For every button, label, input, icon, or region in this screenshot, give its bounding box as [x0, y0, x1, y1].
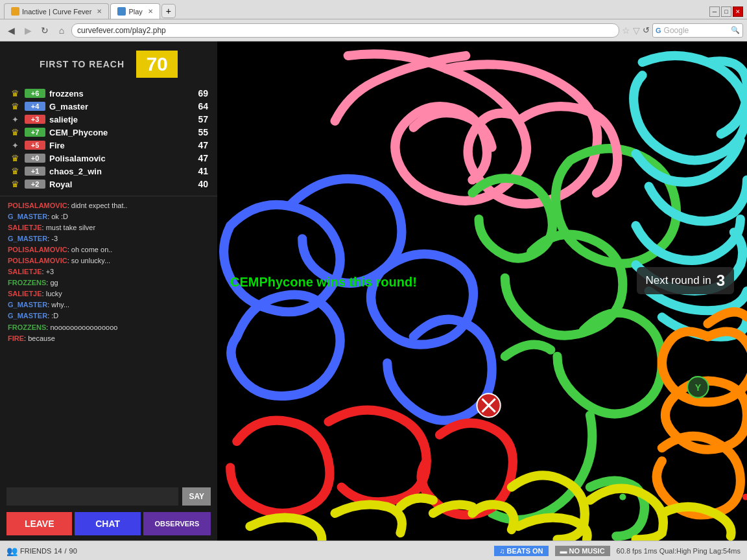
chat-button[interactable]: CHAT [75, 512, 140, 535]
next-round-label: Next round in [646, 274, 711, 287]
score-badge-fire: +5 [25, 141, 45, 150]
chat-text-8: : lucky [42, 290, 62, 298]
beats-on-button[interactable]: ♫ BEATS ON [494, 546, 548, 556]
leave-button[interactable]: LEAVE [6, 512, 72, 535]
chat-input[interactable] [6, 487, 178, 506]
chat-msg-9: G_MASTER: why... [8, 299, 209, 310]
player-score-gmaster: 64 [190, 101, 208, 111]
friends-slash: / [65, 547, 67, 555]
search-icon: 🔍 [731, 26, 740, 34]
chat-msg-3: G_MASTER: -3 [8, 233, 209, 244]
friends-button[interactable]: 👥 FRIENDS 14 / 90 [6, 546, 77, 556]
chat-msg-1: G_MASTER: ok :D [8, 211, 209, 222]
chat-msg-8: SALIETJE: lucky [8, 288, 209, 299]
svg-text:Y: Y [695, 382, 702, 393]
svg-point-5 [742, 494, 747, 500]
forward-button[interactable]: ▶ [21, 23, 35, 38]
chat-name-5: POLISALAMOVIC [8, 257, 67, 264]
player-row-royal: ♛ +2 Royal 40 [9, 178, 208, 191]
refresh-button[interactable]: ↻ [38, 23, 52, 38]
chat-msg-7: FROZZENS: gg [8, 277, 209, 288]
home-button[interactable]: ⌂ [54, 23, 69, 38]
score-badge-frozzens: +6 [25, 89, 45, 98]
player-name-polisalamovic: Polisalamovic [49, 154, 186, 163]
maximize-button[interactable]: □ [721, 6, 731, 17]
search-engine-icon: G [656, 27, 661, 34]
score-badge-royal: +2 [25, 180, 45, 189]
target-score: 70 [146, 53, 167, 75]
tab-close-play[interactable]: ✕ [148, 8, 153, 15]
player-name-salietje: salietje [49, 115, 186, 124]
friends-count: 14 [54, 547, 62, 555]
friends-label: FRIENDS [20, 547, 51, 555]
search-bar[interactable]: G Google 🔍 [652, 23, 743, 38]
tab-icon-curvefever [11, 7, 19, 16]
back-button[interactable]: ◀ [4, 23, 18, 38]
say-button[interactable]: SAY [182, 487, 211, 506]
score-badge-chaos2win: +1 [25, 167, 45, 176]
reload-button[interactable]: ↺ [643, 25, 650, 35]
chat-text-6: : +3 [42, 268, 54, 275]
sidebar: FIRST TO REACH 70 ♛ +6 frozzens 69 ♛ +4 … [0, 41, 217, 541]
chat-name-0: POLISALAMOVIC [8, 202, 67, 209]
feather-icon-fire: ✦ [9, 141, 21, 150]
game-area: Y CEMPhycone wins this round! Next round… [217, 41, 747, 541]
fps-info: 60.8 fps 1ms Qual:High Ping Lag:54ms [617, 547, 741, 555]
tab-curvefever[interactable]: Inactive | Curve Fever ✕ [4, 3, 109, 19]
player-score-cemphycone: 55 [190, 127, 208, 137]
chat-text-7: : gg [46, 279, 58, 286]
observers-button[interactable]: OBSERVERS [143, 512, 211, 535]
player-row-fire: ✦ +5 Fire 47 [9, 139, 208, 152]
chat-name-3: G_MASTER [8, 235, 47, 242]
chat-msg-6: SALIETJE: +3 [8, 266, 209, 277]
player-score-chaos2win: 41 [190, 166, 208, 176]
minimize-button[interactable]: ─ [709, 6, 720, 17]
friends-icon: 👥 [6, 546, 18, 556]
chat-text-1: : ok :D [47, 213, 68, 220]
status-bar: 👥 FRIENDS 14 / 90 ♫ BEATS ON ▬ NO MUSIC … [0, 541, 747, 560]
chat-name-7: FROZZENS [8, 279, 46, 286]
round-winner-msg: CEMPhycone wins this round! [230, 275, 417, 290]
friends-total: 90 [69, 547, 77, 555]
player-score-frozzens: 69 [190, 88, 208, 99]
svg-point-6 [619, 494, 626, 500]
tab-close-curvefever[interactable]: ✕ [97, 8, 102, 15]
chat-name-11: FROZZENS [8, 323, 46, 331]
no-music-button[interactable]: ▬ NO MUSIC [555, 546, 610, 556]
chat-msg-12: FIRE: because [8, 333, 209, 344]
players-list: ♛ +6 frozzens 69 ♛ +4 G_master 64 ✦ +3 s… [0, 84, 217, 196]
star-button[interactable]: ☆ [622, 25, 630, 36]
address-text: curvefever.com/play2.php [77, 26, 166, 35]
crown-icon-polisalamovic: ♛ [9, 153, 21, 163]
chat-msg-4: POLISALAMOVIC: oh come on.. [8, 244, 209, 255]
score-badge-salietje: +3 [25, 115, 45, 124]
crown-icon-royal: ♛ [9, 179, 21, 189]
player-name-chaos2win: chaos_2_win [49, 167, 186, 176]
chat-name-1: G_MASTER [8, 213, 47, 220]
tab-play[interactable]: Play ✕ [110, 3, 160, 19]
chat-name-12: FIRE [8, 334, 24, 342]
chat-input-row: SAY [0, 484, 217, 509]
score-badge-cemphycone: +7 [25, 128, 45, 137]
player-score-salietje: 57 [190, 114, 208, 124]
player-name-royal: Royal [49, 180, 186, 189]
chat-name-6: SALIETJE [8, 268, 42, 275]
address-bar[interactable]: curvefever.com/play2.php [71, 23, 619, 38]
chat-text-2: : must take silver [42, 224, 96, 231]
chat-text-5: : so unlucky... [67, 257, 110, 264]
close-button[interactable]: ✕ [733, 6, 743, 17]
chat-text-12: : because [24, 334, 55, 342]
crown-icon-chaos2win: ♛ [9, 166, 21, 176]
chat-text-11: : noooooooooooooooo [46, 323, 117, 331]
chat-msg-5: POLISALAMOVIC: so unlucky... [8, 255, 209, 266]
chat-text-4: : oh come on.. [67, 246, 113, 253]
tab-label-curvefever: Inactive | Curve Fever [22, 8, 91, 16]
first-to-reach-label: FIRST TO REACH [40, 59, 124, 69]
new-tab-button[interactable]: + [161, 4, 176, 18]
player-row-gmaster: ♛ +4 G_master 64 [9, 100, 208, 113]
player-score-royal: 40 [190, 179, 208, 189]
player-row-polisalamovic: ♛ +0 Polisalamovic 47 [9, 152, 208, 165]
player-row-cemphycone: ♛ +7 CEM_Phycone 55 [9, 126, 208, 139]
player-row-frozzens: ♛ +6 frozzens 69 [9, 87, 208, 100]
rss-button[interactable]: ▽ [633, 25, 640, 36]
